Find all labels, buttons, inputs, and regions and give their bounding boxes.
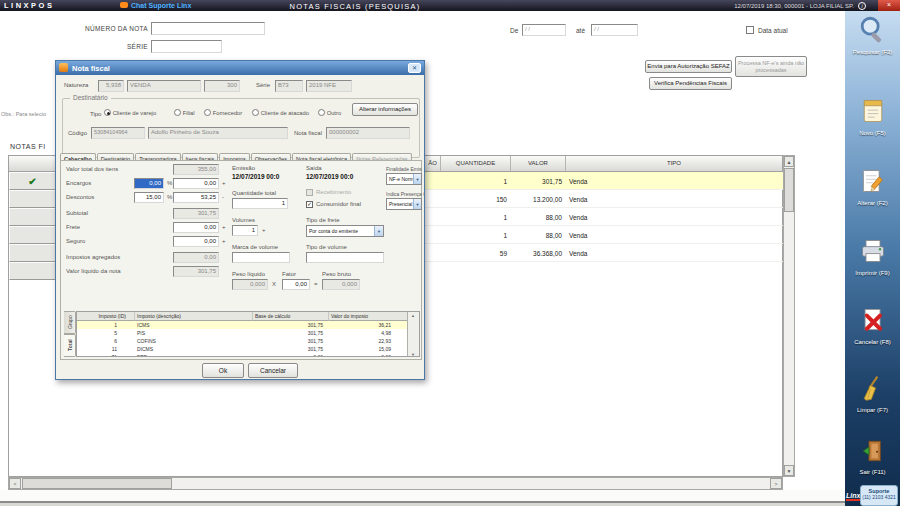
tipo-volume-field[interactable]: [306, 252, 384, 263]
sidebar-button-pesquisar[interactable]: Pesquisar (F3): [845, 14, 900, 55]
scroll-up-button[interactable]: ▲: [784, 156, 794, 167]
chat-support-link[interactable]: Chat Suporte Linx: [131, 2, 191, 9]
radio-fornecedor[interactable]: Fornecedor: [204, 109, 242, 116]
row-selector[interactable]: [9, 244, 56, 262]
multiply-symbol: X: [272, 281, 276, 287]
ok-button[interactable]: Ok: [202, 363, 244, 378]
scroll-left-button[interactable]: <: [9, 478, 21, 489]
scroll-up-icon[interactable]: ▲: [411, 313, 415, 318]
row-selector[interactable]: ✔: [9, 172, 56, 190]
horizontal-scrollbar[interactable]: < >: [8, 477, 783, 490]
chevron-down-icon[interactable]: ▼: [413, 199, 421, 209]
sidebar-button-label: Cancelar (F8): [854, 339, 891, 345]
data-atual-checkbox[interactable]: [746, 26, 754, 34]
envia-sefaz-button[interactable]: Envia para Autorização SEFAZ: [645, 60, 732, 73]
subtotal-field[interactable]: 301,75: [173, 208, 219, 219]
impostos-header-id[interactable]: Imposto (ID): [77, 312, 135, 321]
side-tab-total[interactable]: Total: [64, 334, 76, 357]
impostos-row[interactable]: 71 DTE 0,00 0,00: [77, 353, 407, 357]
sidebar-button-label: Alterar (F2): [857, 200, 887, 206]
scrollbar-thumb[interactable]: [784, 168, 794, 212]
serie-ano-field[interactable]: 2019 NFE: [306, 80, 352, 92]
codigo-field[interactable]: 53084104964: [91, 127, 145, 139]
grid-header-quantidade[interactable]: QUANTIDADE: [441, 156, 511, 171]
impostos-scrollbar[interactable]: ▲ ▼: [407, 312, 420, 357]
fator-field[interactable]: 0,00: [282, 279, 310, 290]
serie-field[interactable]: B73: [275, 80, 303, 92]
radio-outro[interactable]: Outro: [318, 109, 341, 116]
scroll-down-icon[interactable]: ▼: [411, 352, 415, 357]
imposto-valor: 36,21: [329, 321, 391, 329]
radio-cliente-varejo[interactable]: Cliente de varejo: [104, 109, 156, 116]
impostos-row[interactable]: 5 PIS 301,75 4,98: [77, 329, 407, 337]
cell-quantidade: 1: [441, 172, 507, 190]
verifica-pendencias-button[interactable]: Verifica Pendências Fiscais: [649, 77, 732, 90]
nota-fiscal-numero-field[interactable]: 000000002: [326, 127, 410, 139]
frete-field[interactable]: 0,00: [173, 222, 219, 233]
quantidade-total-field[interactable]: 1: [232, 198, 288, 209]
destinatario-nome-field[interactable]: Adolfo Pinheiro de Souza: [148, 127, 288, 139]
sidebar-button-imprimir[interactable]: Imprimir (F9): [845, 237, 900, 276]
impostos-agregados-field[interactable]: 0,00: [173, 252, 219, 263]
processa-nfe-button[interactable]: Processa NF-e's ainda não processadas: [735, 56, 807, 77]
grid-header-tipo[interactable]: TIPO: [566, 156, 782, 171]
cancelar-button[interactable]: Cancelar: [248, 363, 298, 378]
valor-total-field[interactable]: 355,00: [173, 164, 219, 175]
encargos-valor-field[interactable]: 0,00: [173, 178, 219, 189]
sidebar-button-sair[interactable]: Sair (F11): [845, 438, 900, 475]
date-from-input[interactable]: / /: [522, 24, 566, 36]
info-icon[interactable]: i: [858, 2, 866, 10]
sidebar-button-alterar[interactable]: Alterar (F2): [845, 167, 900, 206]
sidebar-button-novo[interactable]: Novo (F5): [845, 97, 900, 136]
impostos-header-valor[interactable]: Valor do imposto: [329, 312, 407, 321]
chevron-down-icon[interactable]: ▼: [413, 174, 421, 184]
serie-input[interactable]: [151, 40, 222, 53]
natureza-codigo-field[interactable]: 5,938: [98, 80, 124, 92]
natureza-num-field[interactable]: 300: [204, 80, 240, 92]
peso-bruto-field[interactable]: 0,000: [322, 279, 360, 290]
seguro-field[interactable]: 0,00: [173, 236, 219, 247]
tipo-volume-label: Tipo de volume: [306, 244, 347, 250]
impostos-row[interactable]: 1 ICMS 301,75 36,21: [77, 321, 407, 329]
row-selector[interactable]: [9, 262, 56, 280]
marca-volume-field[interactable]: [232, 252, 290, 263]
radio-cliente-atacado[interactable]: Cliente de atacado: [252, 109, 309, 116]
sidebar-button-cancelar[interactable]: Cancelar (F8): [845, 306, 900, 345]
radio-icon: [204, 109, 211, 116]
tipo-frete-dropdown[interactable]: Por conta do emitente ▼: [306, 225, 384, 237]
row-selector[interactable]: [9, 208, 56, 226]
consumidor-final-checkbox[interactable]: ✓: [306, 201, 313, 208]
valor-liquido-field[interactable]: 301,75: [173, 266, 219, 277]
chevron-down-icon[interactable]: ▼: [374, 226, 383, 236]
radio-filial[interactable]: Filial: [174, 109, 195, 116]
close-window-button[interactable]: ×: [878, 0, 900, 11]
vertical-scrollbar[interactable]: ▲ ▼: [783, 155, 795, 477]
cell-quantidade: 1: [441, 208, 507, 226]
descontos-valor-field[interactable]: 53,25: [173, 192, 219, 203]
peso-liquido-field[interactable]: 0,000: [232, 279, 268, 290]
row-selector[interactable]: [9, 226, 56, 244]
date-to-input[interactable]: / /: [591, 24, 638, 36]
impostos-row[interactable]: 11 DICMS 301,75 15,09: [77, 345, 407, 353]
encargos-pct-field[interactable]: 0,00: [134, 178, 164, 189]
grid-header-valor[interactable]: VALOR: [511, 156, 566, 171]
volumes-field[interactable]: 1: [232, 225, 258, 236]
finalidade-dropdown[interactable]: NF-e Normal ▼: [386, 173, 422, 185]
sidebar-button-limpar[interactable]: Limpar (F7): [845, 374, 900, 413]
impostos-header-desc[interactable]: Imposto (descrição): [135, 312, 253, 321]
scroll-right-button[interactable]: >: [770, 478, 782, 489]
row-selector[interactable]: [9, 190, 56, 208]
numero-nota-input[interactable]: [151, 22, 265, 35]
side-tab-grupo[interactable]: Grupo: [64, 311, 76, 334]
dialog-close-icon[interactable]: ✕: [408, 63, 421, 73]
natureza-desc-field[interactable]: VENDA: [127, 80, 201, 92]
impostos-header-base[interactable]: Base de cálculo: [253, 312, 329, 321]
presenca-dropdown[interactable]: Presencial ▼: [386, 198, 422, 210]
support-box[interactable]: Suporte (11) 2103 4321: [860, 485, 898, 506]
chat-icon[interactable]: [120, 2, 128, 8]
alterar-informacoes-button[interactable]: Alterar informações: [352, 103, 418, 116]
scroll-down-button[interactable]: ▼: [784, 465, 794, 476]
descontos-pct-field[interactable]: 15,00: [134, 192, 164, 203]
impostos-row[interactable]: 6 COFINS 301,75 22,93: [77, 337, 407, 345]
scrollbar-thumb[interactable]: [22, 478, 172, 489]
